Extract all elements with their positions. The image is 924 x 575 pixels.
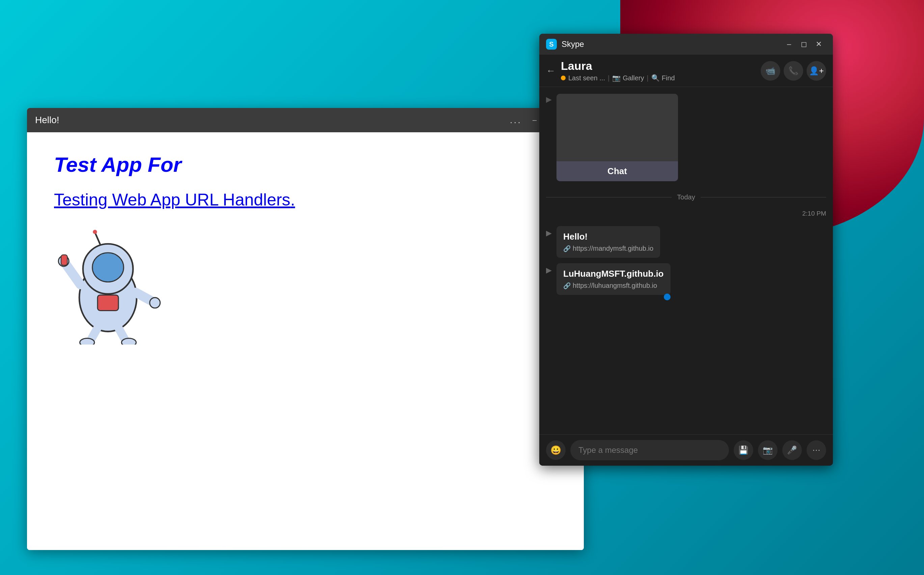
- video-call-button[interactable]: 📹: [760, 61, 780, 81]
- more-options-button[interactable]: ⋯: [807, 440, 826, 460]
- webapp-minimize-button[interactable]: –: [529, 114, 541, 126]
- svg-line-13: [95, 232, 100, 245]
- webapp-heading: Test App For: [54, 152, 557, 176]
- contact-name: Laura: [561, 59, 760, 73]
- link-icon-2: 🔗: [563, 282, 571, 289]
- day-divider-text: Today: [677, 193, 695, 201]
- gallery-icon: 📷: [612, 74, 621, 82]
- contact-status: Last seen ... | 📷 Gallery | 🔍 Find: [561, 74, 760, 82]
- microphone-button[interactable]: 🎤: [782, 440, 802, 460]
- gallery-button[interactable]: 📷 Gallery: [612, 74, 644, 82]
- svg-point-6: [150, 298, 160, 308]
- svg-point-8: [80, 338, 95, 345]
- message-link-2[interactable]: 🔗 https://luhuangmsft.github.io: [563, 282, 664, 289]
- svg-point-10: [122, 338, 136, 345]
- webapp-window: Hello! ... – ◻ ✕ Test App For Testing We…: [27, 108, 584, 550]
- day-divider-line-right: [700, 197, 826, 197]
- webapp-more-options[interactable]: ...: [510, 115, 522, 125]
- svg-rect-11: [97, 295, 119, 310]
- skype-maximize-button[interactable]: ◻: [797, 37, 811, 52]
- skype-titlebar: S Skype – ◻ ✕: [539, 34, 833, 55]
- skype-window: S Skype – ◻ ✕ ← Laura Last seen ... | 📷 …: [539, 34, 833, 466]
- message-group-2: ▶ LuHuangMSFT.github.io 🔗 https://luhuan…: [546, 263, 826, 300]
- message-timestamp: 2:10 PM: [546, 210, 826, 217]
- skype-chat: ▶ Chat Today 2:10 PM ▶ Hello! 🔗 https://…: [539, 87, 833, 434]
- message-text-1: Hello!: [563, 232, 653, 242]
- msg-play-icon-2: ▶: [546, 263, 552, 275]
- preview-image: [557, 94, 678, 161]
- image-button[interactable]: 📷: [758, 440, 778, 460]
- webapp-titlebar: Hello! ... – ◻ ✕: [27, 108, 584, 132]
- last-seen-text: Last seen ...: [568, 74, 605, 82]
- skype-input-bar: 😀 💾 📷 🎤 ⋯: [539, 434, 833, 466]
- message-group-1: ▶ Hello! 🔗 https://mandymsft.github.io: [546, 226, 826, 258]
- unread-dot: [664, 294, 670, 300]
- attach-file-button[interactable]: 💾: [733, 440, 753, 460]
- audio-call-button[interactable]: 📞: [784, 61, 803, 81]
- svg-point-2: [92, 253, 124, 282]
- status-dot: [561, 76, 565, 80]
- emoji-button[interactable]: 😀: [546, 440, 565, 460]
- message-bubble-1: Hello! 🔗 https://mandymsft.github.io: [557, 226, 660, 258]
- astronaut-image: [54, 230, 162, 345]
- webapp-window-title: Hello!: [35, 115, 510, 125]
- day-divider-line-left: [546, 197, 672, 197]
- preview-box: Chat: [557, 94, 678, 181]
- webapp-content: Test App For Testing Web App URL Handler…: [27, 132, 584, 550]
- header-actions: 📹 📞 👤+: [760, 61, 826, 81]
- message-link-1[interactable]: 🔗 https://mandymsft.github.io: [563, 245, 653, 253]
- add-contact-button[interactable]: 👤+: [807, 61, 826, 81]
- back-button[interactable]: ←: [546, 65, 556, 76]
- contact-info: Laura Last seen ... | 📷 Gallery | 🔍 Find: [561, 59, 760, 82]
- preview-play-icon: ▶: [546, 94, 552, 104]
- find-icon: 🔍: [651, 74, 660, 82]
- skype-header: ← Laura Last seen ... | 📷 Gallery | 🔍 Fi…: [539, 55, 833, 87]
- preview-card: ▶ Chat: [546, 94, 826, 181]
- svg-point-14: [93, 230, 97, 234]
- webapp-link[interactable]: Testing Web App URL Handlers.: [54, 190, 557, 210]
- skype-close-button[interactable]: ✕: [811, 37, 826, 52]
- message-input[interactable]: [570, 440, 729, 460]
- skype-logo: S: [546, 39, 557, 49]
- message-bubble-2: LuHuangMSFT.github.io 🔗 https://luhuangm…: [557, 263, 670, 295]
- message-text-2: LuHuangMSFT.github.io: [563, 268, 664, 279]
- msg-play-icon-1: ▶: [546, 226, 552, 238]
- skype-window-title: Skype: [562, 40, 781, 49]
- link-icon-1: 🔗: [563, 245, 571, 253]
- skype-minimize-button[interactable]: –: [781, 37, 797, 52]
- day-divider: Today: [546, 193, 826, 201]
- find-button[interactable]: 🔍 Find: [651, 74, 675, 82]
- preview-chat-label: Chat: [557, 161, 678, 181]
- svg-rect-12: [61, 255, 68, 265]
